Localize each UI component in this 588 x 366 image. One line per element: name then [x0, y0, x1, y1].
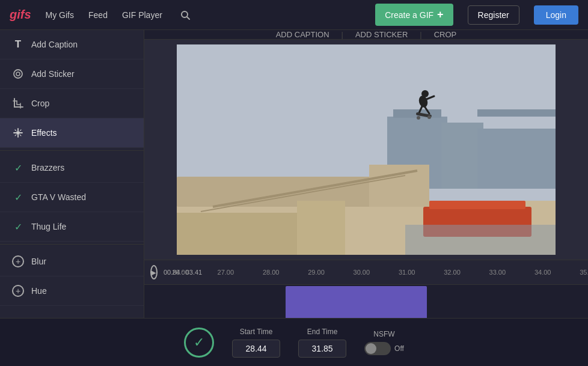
- canvas-bar-add-caption[interactable]: ADD CAPTION: [276, 30, 329, 39]
- svg-rect-18: [369, 165, 429, 207]
- canvas-wrapper: [144, 40, 588, 260]
- check-icon-brazzers: ✓: [12, 162, 24, 174]
- plus-circle-hue-icon: +: [12, 285, 24, 297]
- nsfw-toggle[interactable]: [364, 342, 391, 355]
- ruler-tick: 28.00: [263, 269, 280, 276]
- sidebar-label-crop: Crop: [31, 99, 49, 108]
- sidebar-item-add-sticker[interactable]: Add Sticker: [0, 59, 144, 89]
- toggle-off-label: Off: [394, 344, 404, 353]
- sidebar-label-hue: Hue: [31, 286, 47, 296]
- svg-rect-13: [441, 123, 483, 189]
- sidebar-label-effects: Effects: [31, 128, 57, 138]
- top-nav: gifs My Gifs Feed GIF Player Create a GI…: [0, 0, 588, 30]
- nav-feed[interactable]: Feed: [88, 10, 108, 20]
- gif-svg: [177, 44, 556, 255]
- timeline-selected-range: [286, 286, 427, 318]
- sidebar-label-thug-life: Thug Life: [31, 222, 66, 231]
- sidebar: T Add Caption Add Sticker Crop: [0, 30, 144, 318]
- sidebar-item-thug-life[interactable]: ✓ Thug Life: [0, 212, 144, 242]
- sidebar-item-blur[interactable]: + Blur: [0, 247, 144, 276]
- ruler-tick: 31.00: [399, 269, 415, 276]
- ruler-tick: 32.00: [444, 269, 461, 276]
- sidebar-item-effects[interactable]: Effects: [0, 118, 144, 148]
- svg-rect-24: [429, 201, 525, 209]
- sidebar-item-gta-v-wasted[interactable]: ✓ GTA V Wasted: [0, 183, 144, 212]
- svg-rect-22: [297, 201, 345, 255]
- ruler-tick: 29.00: [308, 269, 325, 276]
- nsfw-label: NSFW: [373, 330, 394, 338]
- canvas-bar-add-sticker[interactable]: ADD STICKER: [355, 30, 408, 39]
- nsfw-toggle-wrap: Off: [364, 342, 404, 355]
- ruler-ticks: 26.0027.0028.0029.0030.0031.0032.0033.00…: [180, 260, 588, 284]
- end-time-label: End Time: [307, 328, 338, 336]
- sticker-icon: [12, 68, 24, 80]
- start-time-group: Start Time: [232, 328, 280, 358]
- svg-point-2: [14, 70, 22, 78]
- register-button[interactable]: Register: [468, 5, 519, 25]
- confirm-button[interactable]: ✓: [184, 328, 214, 358]
- sidebar-item-hue[interactable]: + Hue: [0, 276, 144, 306]
- end-time-input[interactable]: [298, 340, 346, 358]
- sidebar-label-blur: Blur: [31, 257, 46, 266]
- svg-rect-15: [477, 109, 556, 117]
- sidebar-item-crop[interactable]: Crop: [0, 89, 144, 118]
- canvas-bar-crop[interactable]: CROP: [434, 30, 457, 39]
- create-plus-icon: +: [437, 8, 444, 21]
- nsfw-group: NSFW Off: [364, 330, 404, 355]
- svg-rect-14: [477, 129, 556, 189]
- check-icon-gta: ✓: [12, 191, 24, 203]
- svg-line-1: [187, 17, 189, 19]
- toggle-thumb: [366, 343, 376, 354]
- svg-point-32: [427, 115, 431, 119]
- bottom-controls: ✓ Start Time End Time NSFW Off: [0, 318, 588, 366]
- play-button[interactable]: ▶: [150, 265, 158, 279]
- ruler-tick: 27.00: [218, 269, 234, 276]
- site-logo[interactable]: gifs: [10, 8, 31, 22]
- effects-icon: [12, 127, 24, 139]
- ruler-tick: 30.00: [354, 269, 370, 276]
- sidebar-label-add-sticker: Add Sticker: [31, 69, 75, 79]
- start-time-input[interactable]: [232, 340, 280, 358]
- sidebar-label-add-caption: Add Caption: [31, 40, 78, 49]
- svg-rect-33: [405, 225, 556, 255]
- create-gif-button[interactable]: Create a GIF +: [375, 4, 453, 26]
- crop-icon: [12, 97, 24, 109]
- nav-gif-player[interactable]: GIF Player: [122, 10, 162, 20]
- ruler-tick: 34.00: [534, 269, 551, 276]
- start-time-label: Start Time: [240, 328, 273, 336]
- ruler-tick: 26.00: [172, 269, 189, 276]
- sidebar-item-brazzers[interactable]: ✓ Brazzers: [0, 153, 144, 183]
- gif-preview: [177, 44, 556, 255]
- main-content: T Add Caption Add Sticker Crop: [0, 30, 588, 318]
- svg-point-3: [16, 72, 20, 76]
- plus-circle-blur-icon: +: [12, 255, 24, 267]
- text-icon: T: [12, 38, 24, 50]
- create-gif-label: Create a GIF: [385, 10, 433, 20]
- check-icon-thug-life: ✓: [12, 221, 24, 233]
- timeline-track[interactable]: [144, 284, 588, 318]
- sidebar-divider-1: [0, 150, 144, 151]
- sidebar-label-brazzers: Brazzers: [31, 163, 64, 172]
- nav-my-gifs[interactable]: My Gifs: [46, 10, 74, 20]
- ruler-tick: 35.00: [580, 269, 588, 276]
- sidebar-divider-2: [0, 244, 144, 245]
- end-time-group: End Time: [298, 328, 346, 358]
- search-icon[interactable]: [177, 7, 194, 23]
- ruler-tick: 33.00: [489, 269, 506, 276]
- timeline-area: ▶ 00.84 : 03.41 26.0027.0028.0029.0030.0…: [144, 260, 588, 318]
- sidebar-item-add-caption[interactable]: T Add Caption: [0, 30, 144, 59]
- svg-rect-17: [177, 177, 381, 207]
- svg-point-26: [421, 90, 429, 97]
- canvas-area: ADD CAPTION | ADD STICKER | CROP: [144, 30, 588, 318]
- timeline-ruler: ▶ 00.84 : 03.41 26.0027.0028.0029.0030.0…: [144, 260, 588, 284]
- sidebar-label-gta-v-wasted: GTA V Wasted: [31, 192, 86, 202]
- canvas-top-bar: ADD CAPTION | ADD STICKER | CROP: [144, 30, 588, 40]
- login-button[interactable]: Login: [534, 5, 578, 25]
- svg-point-31: [417, 116, 420, 120]
